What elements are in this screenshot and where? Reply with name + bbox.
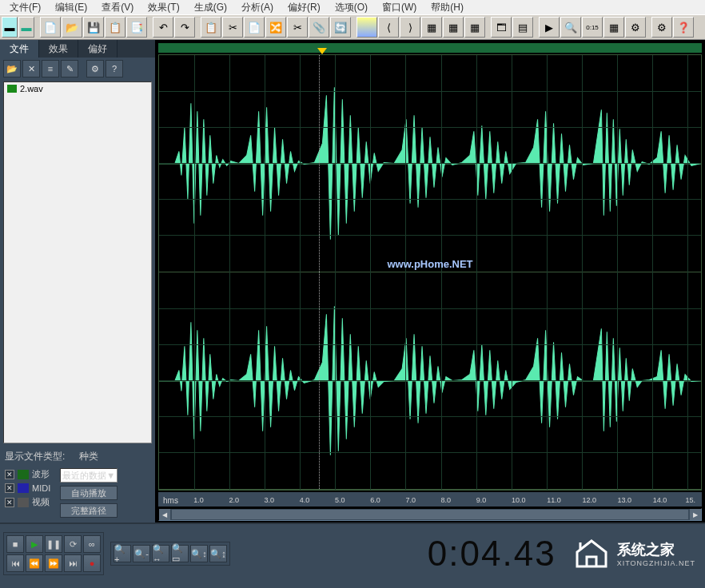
zoom-in-h-button[interactable]: 🔍+	[114, 545, 131, 562]
channel-right[interactable]	[159, 272, 701, 490]
device-1-icon[interactable]: ▬	[2, 17, 18, 38]
tick: 15.	[686, 496, 696, 504]
new-button[interactable]: 📄	[40, 17, 61, 38]
help-sidebar-button[interactable]: ?	[106, 60, 123, 77]
grid-button[interactable]: ▦	[603, 17, 624, 38]
properties-button[interactable]: ⚙	[625, 17, 646, 38]
zoom-full-button[interactable]: 🔍↔	[152, 545, 169, 562]
process-3-button[interactable]: ▦	[464, 17, 485, 38]
close-file-button[interactable]: ✕	[22, 60, 40, 77]
zoom-selection-button[interactable]: 🔍▭	[171, 545, 189, 562]
zoom-out-h-button[interactable]: 🔍-	[133, 545, 150, 562]
record-button[interactable]: ●	[83, 554, 101, 572]
cut-button[interactable]: ✂	[222, 17, 243, 38]
gradient-button[interactable]	[356, 17, 377, 38]
scroll-right-button[interactable]: ▶	[690, 509, 701, 520]
tab-preferences[interactable]: 偏好	[78, 40, 118, 58]
fullpath-button[interactable]: 完整路径	[60, 503, 118, 518]
stop-button[interactable]: ■	[6, 535, 24, 553]
tick: 6.0	[370, 496, 380, 504]
copy-file-button[interactable]: 📋	[105, 17, 125, 38]
waveform-checkbox[interactable]: ✕	[5, 470, 14, 479]
tick: 2.0	[229, 496, 239, 504]
marker-end-button[interactable]: ⟩	[400, 17, 420, 38]
process-2-button[interactable]: ▦	[443, 17, 464, 38]
multitrack-button[interactable]: ▤	[512, 17, 533, 38]
forward-button[interactable]: ⏩	[45, 554, 62, 572]
video-icon	[18, 498, 29, 507]
tick: 1.0	[193, 496, 204, 504]
play-tool-button[interactable]: ▶	[539, 17, 560, 38]
playhead-line-r	[319, 272, 320, 489]
marker-start-button[interactable]: ⟨	[378, 17, 399, 38]
redo-button[interactable]: ↷	[174, 17, 195, 38]
time-ruler[interactable]: hms 1.0 2.0 3.0 4.0 5.0 6.0 7.0 8.0 9.0 …	[158, 492, 702, 507]
open-folder-button[interactable]: 📂	[3, 60, 21, 77]
tick: 4.0	[300, 496, 310, 504]
loop-button[interactable]: ∞	[83, 535, 101, 553]
waveform-display[interactable]: www.pHome.NET document.write(Array.from(…	[158, 54, 702, 491]
edit-file-button[interactable]: ✎	[61, 60, 78, 77]
menu-analyze[interactable]: 分析(A)	[235, 0, 280, 15]
save-button[interactable]: 💾	[83, 17, 104, 38]
undo-button[interactable]: ↶	[153, 17, 173, 38]
open-button[interactable]: 📂	[62, 17, 82, 38]
go-end-button[interactable]: ⏭	[64, 554, 82, 572]
autoplay-button[interactable]: 自动播放	[60, 486, 118, 500]
midi-label: MIDI	[32, 483, 50, 493]
sidebar-tabs: 文件 效果 偏好	[0, 40, 155, 58]
zoom-out-v-button[interactable]: 🔍↨	[209, 545, 227, 562]
go-start-button[interactable]: ⏮	[6, 554, 24, 572]
tick: 10.0	[512, 496, 526, 504]
options-button[interactable]: ⚙	[86, 60, 104, 77]
file-list[interactable]: 2.wav	[3, 81, 152, 443]
menu-window[interactable]: 窗口(W)	[376, 0, 423, 15]
timeline-overview[interactable]	[158, 43, 702, 53]
file-item[interactable]: 2.wav	[4, 82, 151, 95]
zoom-tool-button[interactable]: 🔍	[560, 17, 581, 38]
horizontal-scrollbar[interactable]: ◀ ▶	[158, 508, 702, 521]
insert-button[interactable]: 📎	[309, 17, 329, 38]
playhead-marker-icon[interactable]	[317, 48, 327, 54]
playhead-line	[319, 55, 320, 272]
window-button[interactable]: 🗔	[491, 17, 512, 38]
process-1-button[interactable]: ▦	[421, 17, 442, 38]
rewind-button[interactable]: ⏪	[26, 554, 43, 572]
scroll-thumb[interactable]	[172, 510, 688, 519]
tab-files[interactable]: 文件	[0, 40, 39, 58]
scroll-left-button[interactable]: ◀	[159, 509, 170, 520]
mix-paste-button[interactable]: 🔀	[265, 17, 286, 38]
menu-edit[interactable]: 编辑(E)	[49, 0, 94, 15]
menu-help[interactable]: 帮助(H)	[424, 0, 470, 15]
bottom-bar: ■ ▶ ❚❚ ⟳ ∞ ⏮ ⏪ ⏩ ⏭ ● 🔍+ 🔍- 🔍↔ 🔍▭ 🔍↕ 🔍↨ 0…	[0, 522, 705, 583]
tab-effects[interactable]: 效果	[39, 40, 78, 58]
play-button[interactable]: ▶	[26, 535, 43, 553]
tick: 11.0	[547, 496, 561, 504]
play-selection-button[interactable]: ⟳	[64, 535, 82, 553]
device-2-icon[interactable]: ▬	[18, 17, 34, 38]
help-button[interactable]: ❓	[673, 17, 694, 38]
menu-effects[interactable]: 效果(T)	[141, 0, 185, 15]
settings-button[interactable]: ⚙	[651, 17, 672, 38]
video-checkbox[interactable]: ✕	[5, 498, 14, 507]
batch-button[interactable]: 📑	[126, 17, 147, 38]
menu-view[interactable]: 查看(V)	[95, 0, 140, 15]
channel-left[interactable]	[159, 55, 701, 272]
menu-generate[interactable]: 生成(G)	[188, 0, 233, 15]
midi-checkbox[interactable]: ✕	[5, 483, 14, 493]
menu-file[interactable]: 文件(F)	[3, 0, 47, 15]
trim-button[interactable]: ✂	[287, 17, 308, 38]
paste-button[interactable]: 📄	[244, 17, 265, 38]
recent-dropdown[interactable]: 最近的数据▼	[60, 468, 118, 483]
menu-options[interactable]: 选项(O)	[329, 0, 374, 15]
zoom-in-v-button[interactable]: 🔍↕	[190, 545, 208, 562]
logo-sub-text: XITONGZHIJIA.NET	[617, 559, 695, 567]
pause-button[interactable]: ❚❚	[45, 535, 62, 553]
convert-button[interactable]: 🔄	[330, 17, 351, 38]
insert-file-button[interactable]: ≡	[42, 60, 59, 77]
tick: 13.0	[618, 496, 632, 504]
copy-button[interactable]: 📋	[201, 17, 221, 38]
menu-preferences[interactable]: 偏好(R)	[281, 0, 327, 15]
time-button[interactable]: 0:15	[582, 17, 603, 38]
tick: 8.0	[441, 496, 452, 504]
